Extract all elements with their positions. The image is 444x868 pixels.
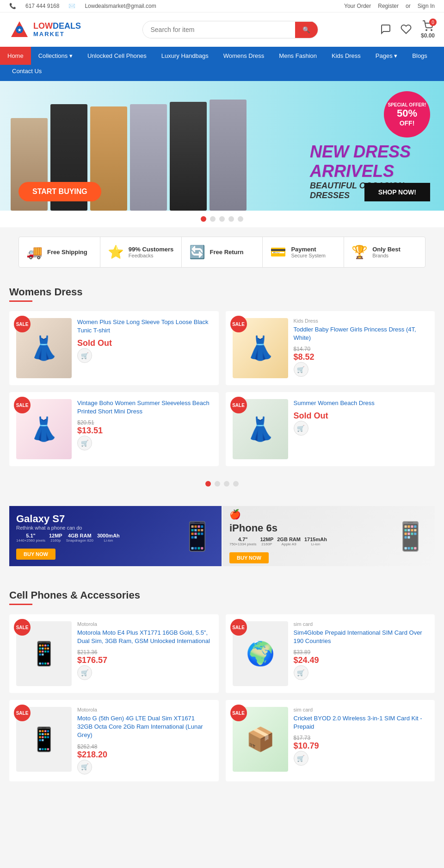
galaxy-phone-img: 📱 bbox=[180, 520, 215, 553]
add-to-cart-4[interactable]: 🛒 bbox=[294, 421, 308, 436]
cell-add-to-cart-1[interactable]: 🛒 bbox=[77, 665, 92, 680]
cell-price-original-4: $17.73 bbox=[294, 735, 428, 741]
top-bar-right: Your Order Register or Sign In bbox=[344, 3, 435, 9]
brands-icon: 🏆 bbox=[352, 244, 368, 260]
iphone-specs: 4.7" 750×1334 pixels 12MP 2160P 2GB RAM … bbox=[229, 537, 393, 546]
cell-product-name-3[interactable]: Moto G (5th Gen) 4G LTE Dual Sim XT1671 … bbox=[77, 714, 212, 740]
wishlist-icon-button[interactable] bbox=[401, 24, 412, 36]
dot-3[interactable] bbox=[219, 216, 225, 222]
galaxy-buy-button[interactable]: BUY NOW bbox=[16, 549, 56, 560]
dot-2[interactable] bbox=[210, 216, 216, 222]
free-return-title: Free Return bbox=[210, 249, 244, 256]
hero-banner: SPECIAL OFFER! 50% OFF! NEW DRESS ARRIVE… bbox=[0, 81, 444, 211]
or-text: or bbox=[406, 3, 411, 9]
product-name-2[interactable]: Toddler Baby Flower Girls Princess Dress… bbox=[294, 325, 428, 342]
product-name-1[interactable]: Women Plus Size Long Sleeve Tops Loose B… bbox=[77, 318, 212, 335]
free-shipping-title: Free Shipping bbox=[47, 249, 87, 256]
feature-customers: ⭐ 99% Customers Feedbacks bbox=[100, 237, 182, 267]
womens-product-grid: SALE 👗 Women Plus Size Long Sleeve Tops … bbox=[9, 311, 435, 466]
features-bar: 🚚 Free Shipping ⭐ 99% Customers Feedback… bbox=[18, 237, 426, 268]
cell-sale-badge-1: SALE bbox=[14, 619, 31, 636]
payment-sub: Secure System bbox=[291, 253, 326, 258]
nav-contact-us[interactable]: Contact Us bbox=[5, 65, 49, 77]
cell-category-1: Motorola bbox=[77, 621, 212, 627]
price-current-3: $13.51 bbox=[77, 426, 212, 436]
best-brands-sub: Brands bbox=[372, 253, 401, 258]
galaxy-name: Galaxy S7 bbox=[16, 513, 180, 525]
cell-product-grid: SALE 📱 Motorola Motorola Moto E4 Plus XT… bbox=[9, 614, 435, 781]
cell-product-info-4: sim card Cricket BYOD 2.0 Wireless 3-in-… bbox=[294, 707, 428, 774]
cell-product-info-3: Motorola Moto G (5th Gen) 4G LTE Dual Si… bbox=[77, 707, 212, 774]
special-offer-badge: SPECIAL OFFER! 50% OFF! bbox=[384, 91, 430, 137]
customers-title: 99% Customers bbox=[129, 246, 174, 253]
feature-best-brands: 🏆 Only Best Brands bbox=[344, 237, 425, 267]
womens-dot-2[interactable] bbox=[215, 481, 220, 487]
cell-product-name-4[interactable]: Cricket BYOD 2.0 Wireless 3-in-1 SIM Car… bbox=[294, 714, 428, 731]
email-icon: ✉️ bbox=[68, 3, 75, 9]
womens-dot-4[interactable] bbox=[233, 481, 239, 487]
shop-now-button[interactable]: SHOP NOW! bbox=[364, 183, 430, 201]
womens-section-title: Womens Dress bbox=[9, 286, 435, 298]
cell-price-current-1: $176.57 bbox=[77, 656, 212, 665]
dot-4[interactable] bbox=[228, 216, 234, 222]
cell-add-to-cart-2[interactable]: 🛒 bbox=[294, 665, 308, 680]
search-input[interactable] bbox=[143, 21, 295, 38]
start-buying-button[interactable]: START BUYING bbox=[18, 182, 101, 201]
cell-category-2: sim card bbox=[294, 621, 428, 627]
iphone-buy-button[interactable]: BUY NOW bbox=[229, 552, 269, 563]
product-name-3[interactable]: Vintage Boho Women Summer Sleeveless Bea… bbox=[77, 399, 212, 416]
cell-product-name-1[interactable]: Motorola Moto E4 Plus XT1771 16GB Gold, … bbox=[77, 629, 212, 645]
nav-womens-dress[interactable]: Womens Dress bbox=[216, 47, 272, 65]
phone-banners: Galaxy S7 Rethink what a phone can do 5.… bbox=[9, 506, 435, 566]
main-nav: Home Collections ▾ Unlocked Cell Phones … bbox=[0, 47, 444, 65]
dot-1[interactable] bbox=[201, 216, 206, 222]
product-info-3: Vintage Boho Women Summer Sleeveless Bea… bbox=[77, 399, 212, 459]
add-to-cart-3[interactable]: 🛒 bbox=[77, 436, 92, 450]
womens-product-1: SALE 👗 Women Plus Size Long Sleeve Tops … bbox=[9, 311, 219, 385]
payment-title: Payment bbox=[291, 246, 326, 253]
cell-category-3: Motorola bbox=[77, 707, 212, 712]
return-icon: 🔄 bbox=[189, 244, 205, 260]
nav-unlocked-cell-phones[interactable]: Unlocked Cell Phones bbox=[80, 47, 154, 65]
sign-in-link[interactable]: Sign In bbox=[418, 3, 435, 9]
nav-luxury-handbags[interactable]: Luxury Handbags bbox=[154, 47, 216, 65]
nav-blogs[interactable]: Blogs bbox=[405, 47, 435, 65]
nav-kids-dress[interactable]: Kids Dress bbox=[324, 47, 368, 65]
add-to-cart-2[interactable]: 🛒 bbox=[294, 362, 308, 377]
nav-mens-fashion[interactable]: Mens Fashion bbox=[271, 47, 324, 65]
nav-home[interactable]: Home bbox=[0, 47, 31, 65]
iphone-content: 🍎 iPhone 6s 4.7" 750×1334 pixels 12MP 21… bbox=[229, 509, 393, 563]
cart-icon-button[interactable]: 0 $0.00 bbox=[421, 20, 435, 39]
dot-5[interactable] bbox=[238, 216, 243, 222]
womens-dot-1[interactable] bbox=[205, 481, 211, 487]
register-link[interactable]: Register bbox=[378, 3, 399, 9]
cell-product-name-2[interactable]: Sim4Globe Prepaid International SIM Card… bbox=[294, 629, 428, 645]
product-name-4[interactable]: Summer Women Beach Dress bbox=[294, 399, 428, 407]
sale-badge-4: SALE bbox=[230, 397, 247, 413]
section-title-underline bbox=[9, 300, 32, 302]
sale-badge-1: SALE bbox=[14, 316, 31, 332]
cell-add-to-cart-3[interactable]: 🛒 bbox=[77, 760, 92, 774]
cell-add-to-cart-4[interactable]: 🛒 bbox=[294, 751, 308, 766]
search-button[interactable]: 🔍 bbox=[295, 22, 318, 38]
hero-carousel-dots bbox=[0, 211, 444, 227]
sold-out-1: Sold Out bbox=[77, 338, 212, 348]
nav-pages[interactable]: Pages ▾ bbox=[368, 47, 405, 65]
nav-collections[interactable]: Collections ▾ bbox=[31, 47, 80, 65]
cell-product-4: SALE 📦 sim card Cricket BYOD 2.0 Wireles… bbox=[226, 700, 435, 781]
price-current-2: $8.52 bbox=[294, 352, 428, 362]
top-bar: 📞 617 444 9168 ✉️ Lowdealsmarket@gmail.c… bbox=[0, 0, 444, 12]
cell-sale-badge-3: SALE bbox=[14, 705, 31, 721]
cart-badge: 0 bbox=[429, 19, 437, 26]
chat-icon-button[interactable] bbox=[380, 24, 391, 36]
add-to-cart-1[interactable]: 🛒 bbox=[77, 348, 92, 363]
womens-product-3: SALE 👗 Vintage Boho Women Summer Sleevel… bbox=[9, 392, 219, 466]
logo[interactable]: ★ LOW DEALS MARKET bbox=[9, 19, 81, 40]
womens-dot-3[interactable] bbox=[224, 481, 229, 487]
cell-price-current-4: $10.79 bbox=[294, 741, 428, 751]
cell-sale-badge-4: SALE bbox=[230, 705, 247, 721]
your-order-link[interactable]: Your Order bbox=[344, 3, 371, 9]
cell-product-1: SALE 📱 Motorola Motorola Moto E4 Plus XT… bbox=[9, 614, 219, 693]
cell-price-current-3: $218.20 bbox=[77, 750, 212, 760]
feature-free-shipping: 🚚 Free Shipping bbox=[19, 237, 100, 267]
